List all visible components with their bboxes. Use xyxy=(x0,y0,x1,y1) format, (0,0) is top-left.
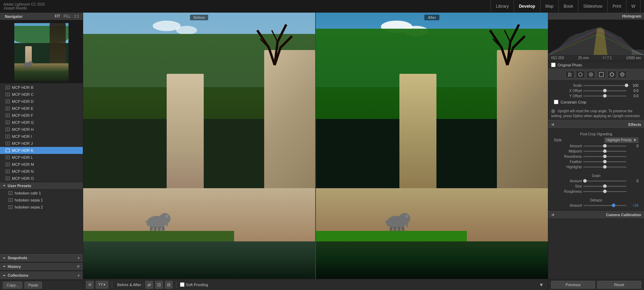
swap-btn[interactable]: ⇄ xyxy=(145,281,153,289)
grain-size-thumb[interactable] xyxy=(603,184,607,188)
zoom-btn[interactable]: 1:1 xyxy=(73,14,80,19)
style-dropdown[interactable]: Highlight Priority ▼ xyxy=(605,137,638,143)
svg-rect-15 xyxy=(393,227,396,231)
roundness-thumb[interactable] xyxy=(603,155,607,158)
style-row: Style Highlight Priority ▼ xyxy=(551,137,641,143)
preset-mcp-hdr-h[interactable]: MCP HDR H xyxy=(0,126,83,133)
y-offset-thumb[interactable] xyxy=(603,94,607,98)
previous-button[interactable]: Previous xyxy=(551,281,595,289)
x-offset-slider[interactable] xyxy=(583,90,627,91)
yx-toggle-btn[interactable]: YY ▼ xyxy=(96,281,108,289)
preset-mcp-hdr-i[interactable]: MCP HDR I xyxy=(0,133,83,140)
fill-btn[interactable]: FILL xyxy=(63,14,72,19)
preset-mcp-hdr-e[interactable]: MCP HDR E xyxy=(0,105,83,112)
tool-icons-row xyxy=(548,69,644,81)
feather-slider[interactable] xyxy=(583,161,627,162)
vignette-amount-slider[interactable] xyxy=(583,146,627,147)
grain-roughness-thumb[interactable] xyxy=(603,190,607,193)
preset-icon xyxy=(8,205,13,209)
midpoint-thumb[interactable] xyxy=(603,149,607,153)
collections-add-btn[interactable]: + xyxy=(77,273,80,278)
grain-amount-slider[interactable] xyxy=(583,181,627,182)
preset-mcp-hdr-b[interactable]: MCP HDR B xyxy=(0,84,83,91)
nav-slideshow[interactable]: Slideshow xyxy=(578,0,608,13)
preset-mcp-hdr-j[interactable]: MCP HDR J xyxy=(0,140,83,147)
original-photo-row: Original Photo xyxy=(548,61,644,69)
reset-button[interactable]: Reset xyxy=(597,281,641,289)
scale-slider[interactable] xyxy=(583,85,627,86)
upright-info-icon: i xyxy=(551,109,555,113)
user-presets-title: User Presets xyxy=(8,184,31,188)
dehaze-title: Dehaze xyxy=(551,197,641,203)
paste-button[interactable]: Paste xyxy=(24,282,42,289)
preset-hoboken-sepia1[interactable]: hoboken sepia 1 xyxy=(0,197,83,204)
x-offset-label: X Offset xyxy=(554,89,582,93)
nav-zoom-controls: FIT FILL 1:1 xyxy=(54,14,80,19)
x-offset-thumb[interactable] xyxy=(603,89,607,92)
histogram-canvas xyxy=(548,20,644,55)
preset-mcp-hdr-c[interactable]: MCP HDR C xyxy=(0,91,83,98)
roundness-slider[interactable] xyxy=(583,156,627,157)
snapshots-section-header[interactable]: Snapshots + xyxy=(0,253,83,262)
nav-book[interactable]: Book xyxy=(559,0,578,13)
brush-tool-icon[interactable] xyxy=(597,71,606,78)
spot-removal-icon[interactable] xyxy=(576,71,585,78)
svg-point-11 xyxy=(166,215,168,218)
y-offset-value: 0.0 xyxy=(628,94,638,98)
nav-library[interactable]: Library xyxy=(491,0,514,13)
view-mode-btn[interactable]: ⊟ xyxy=(86,281,94,289)
preset-hoboken-cafe[interactable]: hoboken cafe 1 xyxy=(0,190,83,197)
user-presets-header[interactable]: User Presets xyxy=(0,182,83,190)
copy-settings-btn[interactable]: ⊡ xyxy=(155,281,163,289)
highlights-slider[interactable] xyxy=(583,167,627,168)
original-photo-checkbox[interactable] xyxy=(551,63,556,67)
preset-hoboken-sepia2[interactable]: hoboken sepia 2 xyxy=(0,204,83,211)
preset-mcp-hdr-l[interactable]: MCP HDR L xyxy=(0,154,83,161)
feather-thumb[interactable] xyxy=(603,160,607,163)
collections-section-header[interactable]: Collections + xyxy=(0,271,83,280)
preset-mcp-hdr-f[interactable]: MCP HDR F xyxy=(0,112,83,119)
copy-button[interactable]: Copy... xyxy=(3,282,22,289)
grain-roughness-slider[interactable] xyxy=(583,191,627,192)
highlights-thumb[interactable] xyxy=(603,165,607,169)
split-view-btn[interactable]: ⊟ xyxy=(165,281,173,289)
radial-filter-icon[interactable] xyxy=(618,71,627,78)
graduated-filter-icon[interactable] xyxy=(607,71,616,78)
preset-mcp-hdr-m[interactable]: MCP HDR M xyxy=(0,161,83,168)
navigator-thumbnail[interactable] xyxy=(0,20,83,83)
snapshots-add-btn[interactable]: + xyxy=(77,255,80,261)
expand-toolbar-btn[interactable]: ▼ xyxy=(537,282,545,288)
preset-icon xyxy=(8,198,13,202)
preset-mcp-hdr-d[interactable]: MCP HDR D xyxy=(0,98,83,105)
iso-value: ISO 250 xyxy=(551,56,564,60)
nav-map[interactable]: Map xyxy=(541,0,559,13)
grain-size-slider[interactable] xyxy=(583,186,627,187)
dehaze-amount-slider[interactable] xyxy=(583,205,627,206)
grain-roughness-label: Roughness xyxy=(554,190,582,193)
before-panel: Before xyxy=(83,13,315,279)
nav-print[interactable]: Print xyxy=(608,0,627,13)
preset-mcp-hdr-n[interactable]: MCP HDR N xyxy=(0,168,83,175)
preset-mcp-hdr-o[interactable]: MCP HDR O xyxy=(0,175,83,182)
effects-section-header[interactable]: ◀ Effects xyxy=(548,120,644,129)
constrain-checkbox[interactable] xyxy=(554,100,558,104)
preset-label: hoboken cafe 1 xyxy=(15,191,41,195)
midpoint-slider[interactable] xyxy=(583,151,627,152)
grain-amount-thumb[interactable] xyxy=(583,179,587,183)
nav-develop[interactable]: Develop xyxy=(514,0,541,13)
y-offset-slider[interactable] xyxy=(583,96,627,97)
preset-mcp-hdr-k[interactable]: MCP HDR K xyxy=(0,147,83,154)
nav-w[interactable]: W xyxy=(627,0,641,13)
vignette-amount-thumb[interactable] xyxy=(603,144,607,148)
history-close-btn[interactable]: ✕ xyxy=(77,264,80,269)
camera-calibration-header[interactable]: ◀ Camera Calibration xyxy=(548,210,644,219)
redeye-icon[interactable] xyxy=(586,71,595,78)
crop-tool-icon[interactable] xyxy=(565,71,574,78)
soft-proofing-checkbox[interactable] xyxy=(180,282,184,287)
preset-mcp-hdr-g[interactable]: MCP HDR G xyxy=(0,119,83,126)
scale-slider-thumb[interactable] xyxy=(625,84,628,87)
center-area: Before xyxy=(83,13,548,290)
fit-btn[interactable]: FIT xyxy=(54,14,61,19)
history-section-header[interactable]: History ✕ xyxy=(0,262,83,271)
dehaze-amount-thumb[interactable] xyxy=(612,204,615,207)
